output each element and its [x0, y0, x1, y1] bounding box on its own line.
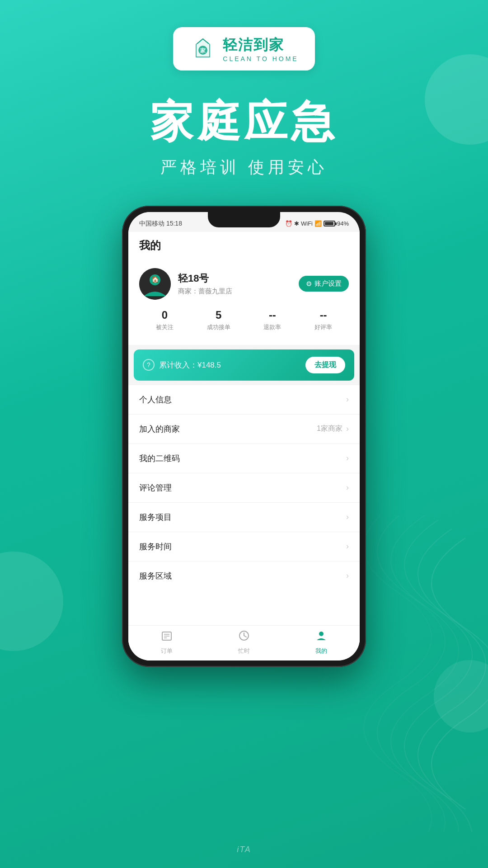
settings-btn-label: 账户设置 [314, 279, 342, 288]
svg-point-12 [319, 632, 324, 636]
stat-item-orders: 5 成功接单 [207, 309, 230, 331]
page-header: 我的 [128, 232, 360, 259]
logo-box: 家 轻洁到家 CLEAN TO HOME [173, 27, 314, 71]
menu-item-service-time[interactable]: 服务时间 › [128, 532, 360, 561]
chevron-icon: › [346, 395, 349, 404]
profile-merchant: 商家：蔷薇九里店 [178, 287, 232, 296]
bluetooth-icon: ✱ [294, 220, 299, 227]
signal-icon: WiFi [301, 220, 313, 227]
stat-item-followers: 0 被关注 [156, 309, 174, 331]
svg-text:家: 家 [200, 47, 206, 54]
bottom-nav: 订单 忙时 [128, 625, 360, 660]
logo-container: 家 轻洁到家 CLEAN TO HOME [0, 0, 488, 71]
menu-item-qrcode[interactable]: 我的二维码 › [128, 444, 360, 473]
menu-item-services[interactable]: 服务项目 › [128, 503, 360, 532]
logo-sub-text: CLEAN TO HOME [223, 55, 298, 62]
svg-text:🏠: 🏠 [151, 276, 160, 283]
menu-item-personal-info[interactable]: 个人信息 › [128, 385, 360, 415]
stats-row: 0 被关注 5 成功接单 -- 退款率 -- 好 [139, 300, 349, 336]
logo-icon: 家 [189, 35, 216, 62]
income-text: 累计收入：¥148.5 [159, 360, 221, 370]
network-icon: 📶 [314, 220, 322, 227]
busy-nav-label: 忙时 [238, 647, 250, 655]
alarm-icon: ⏰ [285, 220, 292, 227]
nav-item-mine[interactable]: 我的 [282, 629, 360, 655]
profile-info: 轻18号 商家：蔷薇九里店 [178, 272, 232, 296]
avatar: 🏠 [139, 268, 171, 300]
nav-item-orders[interactable]: 订单 [128, 629, 206, 655]
account-settings-button[interactable]: ⚙ 账户设置 [299, 276, 349, 292]
chevron-icon: › [346, 512, 349, 522]
carrier-time: 中国移动 15:18 [139, 220, 182, 228]
chevron-icon: › [346, 453, 349, 463]
menu-item-merchant[interactable]: 加入的商家 1家商家 › [128, 415, 360, 444]
svg-line-11 [244, 636, 246, 637]
logo-main-text: 轻洁到家 [223, 35, 298, 55]
nav-item-busy[interactable]: 忙时 [206, 629, 283, 655]
income-banner: ? 累计收入：¥148.5 去提现 [134, 349, 354, 381]
page-title: 我的 [139, 239, 161, 251]
hero-subtitle: 严格培训 使用安心 [0, 156, 488, 179]
menu-item-reviews[interactable]: 评论管理 › [128, 473, 360, 503]
chevron-icon: › [346, 571, 349, 580]
busy-nav-icon [238, 629, 250, 645]
chevron-icon: › [346, 424, 349, 434]
gear-icon: ⚙ [306, 280, 312, 288]
profile-row: 🏠 轻18号 商家：蔷薇九里店 ⚙ 账户设置 [139, 268, 349, 300]
phone-inner: 中国移动 15:18 ⏰ ✱ WiFi 📶 94% 我的 [128, 212, 360, 660]
bottom-watermark: iTA [237, 845, 251, 854]
chevron-icon: › [346, 542, 349, 551]
menu-item-service-area[interactable]: 服务区域 › [128, 561, 360, 590]
chevron-icon: › [346, 483, 349, 492]
mine-nav-label: 我的 [315, 647, 327, 655]
menu-list: 个人信息 › 加入的商家 1家商家 › 我的二维码 [128, 385, 360, 625]
battery-icon [324, 221, 335, 226]
stat-item-rating: -- 好评率 [314, 309, 332, 331]
withdraw-button[interactable]: 去提现 [305, 357, 345, 373]
app-content: 我的 🏠 [128, 232, 360, 660]
profile-left: 🏠 轻18号 商家：蔷薇九里店 [139, 268, 232, 300]
profile-name: 轻18号 [178, 272, 232, 285]
logo-text-block: 轻洁到家 CLEAN TO HOME [223, 35, 298, 62]
mine-nav-icon [315, 629, 328, 645]
profile-section: 🏠 轻18号 商家：蔷薇九里店 ⚙ 账户设置 [128, 259, 360, 345]
income-left: ? 累计收入：¥148.5 [143, 359, 221, 371]
orders-nav-label: 订单 [161, 647, 173, 655]
hero-title: 家庭应急 [0, 98, 488, 146]
orders-nav-icon [160, 629, 173, 645]
phone-outer: 中国移动 15:18 ⏰ ✱ WiFi 📶 94% 我的 [122, 206, 366, 667]
avatar-svg: 🏠 [139, 268, 171, 300]
status-right: ⏰ ✱ WiFi 📶 94% [285, 220, 349, 227]
phone-notch [208, 212, 280, 227]
help-icon: ? [143, 359, 155, 371]
stat-item-refund: -- 退款率 [263, 309, 281, 331]
